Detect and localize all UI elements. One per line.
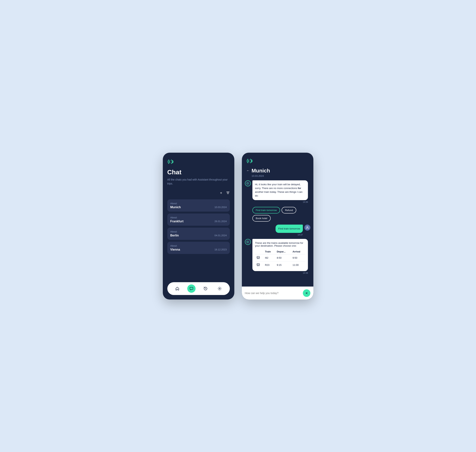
nav-history[interactable] xyxy=(201,285,210,293)
sort-button[interactable] xyxy=(226,191,230,196)
train-row-1[interactable]: R23 9:15 11:00 xyxy=(255,261,305,268)
svg-rect-3 xyxy=(257,256,259,258)
col-header-train: Train xyxy=(264,249,275,254)
logo-right xyxy=(246,158,309,165)
train-row-0[interactable]: I92 8:50 9:50 xyxy=(255,254,305,261)
message-time-2: 14:37 xyxy=(276,234,303,236)
chat-item-date-1: 26.01.2024 xyxy=(214,220,227,223)
chat-item-name-1: Frankfurt xyxy=(170,220,184,223)
chat-item-date-3: 18.12.2023 xyxy=(214,248,227,251)
train-id-0: I92 xyxy=(264,254,275,261)
action-refund[interactable]: Refund xyxy=(282,207,296,213)
input-row xyxy=(242,286,313,299)
nav-chat[interactable] xyxy=(187,285,196,293)
chat-item-date-0: 10.03.2024 xyxy=(214,206,227,209)
back-row: ← Munich xyxy=(246,168,309,174)
chat-item-name-2: Berlin xyxy=(170,234,179,237)
svg-point-7 xyxy=(257,266,258,266)
message-bubble-2: Find train tomorrow xyxy=(276,225,303,233)
nav-home[interactable] xyxy=(173,285,181,293)
message-time-1: 14:36 xyxy=(252,201,308,203)
user-avatar xyxy=(304,225,310,231)
message-row-1: Hi, it looks like your train will be del… xyxy=(245,180,310,203)
chat-item-about-0: About: xyxy=(170,202,227,205)
train-arrival-1: 11:00 xyxy=(291,261,305,268)
chat-subtitle: All the chats you had with Assistant thr… xyxy=(167,178,230,186)
chat-item-berlin[interactable]: About: Berlin 04.01.2024 xyxy=(167,228,230,240)
train-arrival-0: 9:50 xyxy=(291,254,305,261)
col-header-icon xyxy=(255,249,264,254)
chat-title: Chat xyxy=(167,168,230,176)
message-time-3: 14:38 xyxy=(252,272,308,274)
col-header-arrival: Arrival xyxy=(291,249,305,254)
train-table-intro: These are the trains available tomorrow … xyxy=(255,241,305,247)
toolbar: + xyxy=(167,191,230,196)
svg-point-2 xyxy=(307,226,308,228)
nav-settings[interactable] xyxy=(216,285,224,293)
chat-item-about-3: About: xyxy=(170,244,227,247)
screens-container: Chat All the chats you had with Assistan… xyxy=(163,153,313,299)
message-row-2: Find train tomorrow 14:37 xyxy=(245,225,310,236)
svg-rect-6 xyxy=(257,263,259,266)
train-icon-1 xyxy=(255,261,264,268)
assistant-avatar-1 xyxy=(245,180,251,186)
chat-item-name-3: Vienna xyxy=(170,248,180,251)
right-title: Munich xyxy=(252,168,270,174)
messages-area: Hi, it looks like your train will be del… xyxy=(242,180,313,286)
message-bubble-wrap-1: Hi, it looks like your train will be del… xyxy=(252,180,308,203)
chat-item-munich[interactable]: About: Munich 10.03.2024 xyxy=(167,199,230,212)
left-phone: Chat All the chats you had with Assistan… xyxy=(163,153,234,299)
chat-item-name-0: Munich xyxy=(170,206,181,209)
right-phone: ← Munich 10.03.2024 Hi, it looks like yo… xyxy=(242,153,313,299)
train-depart-1: 9:15 xyxy=(275,261,291,268)
send-button[interactable] xyxy=(303,289,310,297)
action-buttons: Find train tomorrow Refund Book hotel xyxy=(252,207,310,222)
svg-point-8 xyxy=(259,266,259,266)
svg-point-4 xyxy=(257,259,258,259)
svg-point-5 xyxy=(259,259,259,259)
train-icon-0 xyxy=(255,254,264,261)
right-date: 10.03.2024 xyxy=(252,174,309,177)
right-header: ← Munich 10.03.2024 xyxy=(242,153,313,180)
message-row-3: These are the trains available tomorrow … xyxy=(245,239,310,274)
action-book-hotel[interactable]: Book hotel xyxy=(252,215,271,222)
chat-item-about-2: About: xyxy=(170,230,227,233)
add-button[interactable]: + xyxy=(220,191,222,196)
action-find-train[interactable]: Find train tomorrow xyxy=(252,207,280,213)
back-button[interactable]: ← xyxy=(246,169,250,173)
chat-list: About: Munich 10.03.2024 About: Frankfur… xyxy=(167,199,230,278)
message-bubble-wrap-2: Find train tomorrow 14:37 xyxy=(276,225,303,236)
assistant-avatar-2 xyxy=(245,239,251,245)
chat-item-date-2: 04.01.2024 xyxy=(214,234,227,237)
bottom-nav xyxy=(167,282,230,295)
chat-item-vienna[interactable]: About: Vienna 18.12.2023 xyxy=(167,242,230,254)
train-table: Train Depar... Arrival xyxy=(255,249,305,268)
chat-item-frankfurt[interactable]: About: Frankfurt 26.01.2024 xyxy=(167,213,230,226)
message-bubble-1: Hi, it looks like your train will be del… xyxy=(252,180,308,200)
train-table-bubble: These are the trains available tomorrow … xyxy=(252,239,308,271)
message-bubble-wrap-3: These are the trains available tomorrow … xyxy=(252,239,308,274)
chat-input[interactable] xyxy=(245,292,301,295)
chat-item-about-1: About: xyxy=(170,216,227,219)
logo-left xyxy=(167,159,230,166)
train-depart-0: 8:50 xyxy=(275,254,291,261)
svg-point-1 xyxy=(219,288,220,289)
train-id-1: R23 xyxy=(264,261,275,268)
col-header-depart: Depar... xyxy=(275,249,291,254)
